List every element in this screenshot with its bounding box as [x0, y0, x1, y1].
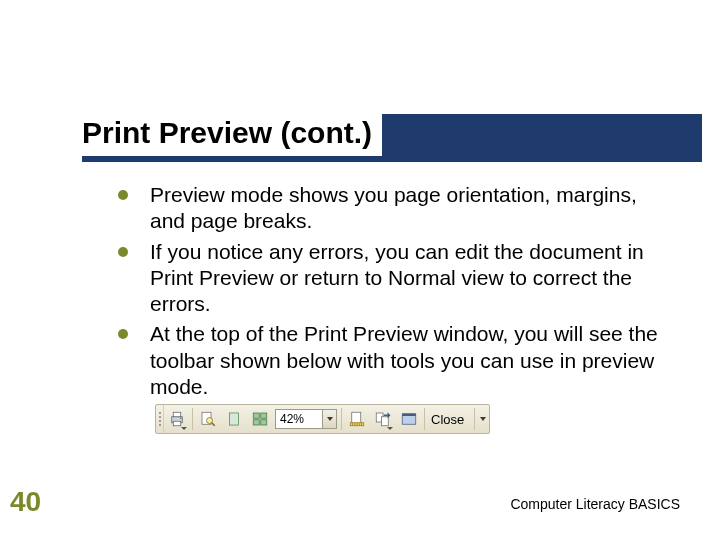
- toolbar-grip-icon[interactable]: [156, 405, 164, 433]
- svg-rect-1: [173, 412, 181, 417]
- dropdown-caret-icon: [181, 427, 187, 430]
- title-area: Print Preview (cont.): [82, 110, 702, 168]
- printer-icon: [168, 410, 186, 428]
- svg-point-3: [180, 418, 182, 420]
- toolbar-separator: [424, 408, 425, 430]
- bullet-icon: [118, 190, 128, 200]
- svg-rect-9: [253, 413, 259, 418]
- svg-rect-12: [260, 420, 266, 425]
- bullet-icon: [118, 329, 128, 339]
- page-number: 40: [10, 486, 41, 518]
- list-item: At the top of the Print Preview window, …: [118, 321, 663, 400]
- print-preview-toolbar: 42%: [155, 404, 490, 434]
- one-page-icon: [225, 410, 243, 428]
- svg-rect-23: [402, 414, 416, 416]
- bullet-list: Preview mode shows you page orientation,…: [118, 182, 663, 404]
- multi-page-button[interactable]: [247, 405, 273, 433]
- svg-point-5: [206, 418, 212, 424]
- zoom-selector[interactable]: 42%: [273, 405, 339, 433]
- bullet-text: If you notice any errors, you can edit t…: [150, 239, 663, 318]
- toolbar-separator: [192, 408, 193, 430]
- bullet-text: At the top of the Print Preview window, …: [150, 321, 663, 400]
- svg-line-6: [211, 423, 214, 426]
- footer-text: Computer Literacy BASICS: [510, 496, 680, 512]
- svg-rect-21: [381, 417, 388, 426]
- full-screen-button[interactable]: [396, 405, 422, 433]
- close-preview-button[interactable]: Close: [427, 405, 472, 433]
- toolbar-separator: [474, 408, 475, 430]
- zoom-dropdown-button[interactable]: [323, 409, 337, 429]
- slide: Print Preview (cont.) Preview mode shows…: [0, 0, 720, 540]
- print-button[interactable]: [164, 405, 190, 433]
- list-item: Preview mode shows you page orientation,…: [118, 182, 663, 235]
- chevron-down-icon: [480, 417, 486, 421]
- svg-rect-10: [260, 413, 266, 418]
- list-item: If you notice any errors, you can edit t…: [118, 239, 663, 318]
- toolbar-separator: [341, 408, 342, 430]
- svg-rect-8: [229, 413, 238, 425]
- magnifier-page-icon: [199, 410, 217, 428]
- chevron-down-icon: [327, 417, 333, 421]
- svg-rect-11: [253, 420, 259, 425]
- full-screen-icon: [400, 410, 418, 428]
- magnifier-button[interactable]: [195, 405, 221, 433]
- toolbar-overflow-button[interactable]: [477, 405, 489, 433]
- svg-rect-2: [173, 421, 181, 426]
- ruler-button[interactable]: [344, 405, 370, 433]
- bullet-text: Preview mode shows you page orientation,…: [150, 182, 663, 235]
- slide-title: Print Preview (cont.): [82, 110, 382, 156]
- shrink-pages-icon: [374, 410, 392, 428]
- one-page-button[interactable]: [221, 405, 247, 433]
- close-label: Close: [431, 412, 464, 427]
- dropdown-caret-icon: [387, 427, 393, 430]
- zoom-value[interactable]: 42%: [275, 409, 323, 429]
- bullet-icon: [118, 247, 128, 257]
- multi-page-icon: [251, 410, 269, 428]
- shrink-to-fit-button[interactable]: [370, 405, 396, 433]
- ruler-page-icon: [348, 410, 366, 428]
